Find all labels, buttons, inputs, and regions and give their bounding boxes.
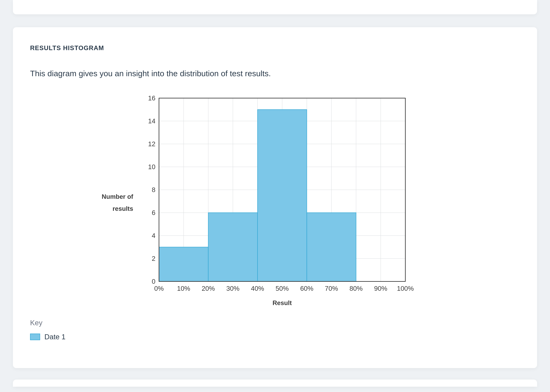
- y-tick-label: 2: [152, 255, 155, 262]
- histogram-chart: 02468101214160%10%20%30%40%50%60%70%80%9…: [142, 95, 414, 310]
- x-tick-label: 60%: [300, 285, 313, 292]
- y-tick-label: 12: [148, 140, 155, 148]
- y-tick-label: 6: [152, 209, 155, 217]
- legend-swatch-icon: [30, 334, 40, 340]
- y-tick-label: 16: [148, 95, 155, 102]
- x-tick-label: 20%: [202, 285, 215, 292]
- histogram-bar: [307, 213, 356, 281]
- prev-card-strip: [13, 0, 537, 14]
- x-tick-label: 50%: [276, 285, 289, 292]
- results-histogram-card: RESULTS HISTOGRAM This diagram gives you…: [13, 27, 537, 368]
- histogram-bar: [159, 247, 208, 281]
- legend-item: Date 1: [30, 333, 520, 341]
- y-axis-label: Number of results: [90, 191, 133, 215]
- x-tick-label: 40%: [251, 285, 264, 292]
- x-tick-label: 100%: [397, 285, 414, 292]
- x-tick-label: 10%: [177, 285, 190, 292]
- y-tick-label: 8: [152, 186, 155, 194]
- histogram-bar: [258, 110, 307, 281]
- chart-area: Number of results 02468101214160%10%20%3…: [30, 95, 520, 310]
- x-tick-label: 30%: [226, 285, 239, 292]
- y-tick-label: 10: [148, 163, 155, 171]
- x-axis-label: Result: [272, 299, 292, 306]
- section-description: This diagram gives you an insight into t…: [30, 69, 520, 78]
- y-tick-label: 4: [152, 232, 155, 239]
- x-tick-label: 90%: [374, 285, 387, 292]
- x-tick-label: 80%: [349, 285, 363, 292]
- y-tick-label: 14: [148, 117, 155, 125]
- section-title: RESULTS HISTOGRAM: [30, 44, 520, 52]
- x-tick-label: 70%: [325, 285, 338, 292]
- legend: Key Date 1: [30, 319, 520, 341]
- legend-item-label: Date 1: [44, 333, 65, 341]
- y-tick-label: 0: [152, 278, 155, 285]
- next-card-strip: [13, 379, 537, 387]
- legend-title: Key: [30, 319, 520, 327]
- histogram-bar: [208, 213, 258, 281]
- x-tick-label: 0%: [154, 285, 164, 292]
